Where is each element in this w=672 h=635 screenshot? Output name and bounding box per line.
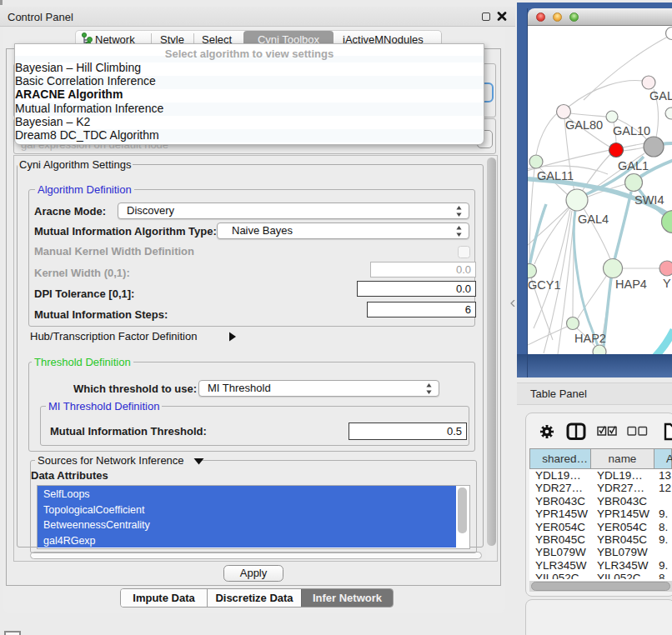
svg-text:GAL10: GAL10 — [613, 124, 650, 138]
svg-text:HAP4: HAP4 — [615, 278, 647, 291]
svg-text:GAL1: GAL1 — [618, 159, 649, 172]
svg-text:GAL: GAL — [649, 89, 672, 102]
svg-text:GCY1: GCY1 — [528, 278, 561, 292]
svg-text:Y: Y — [663, 277, 671, 290]
svg-text:GAL80: GAL80 — [565, 118, 603, 132]
svg-text:HAP2: HAP2 — [574, 332, 606, 345]
svg-text:GAL4: GAL4 — [578, 212, 609, 226]
svg-text:GAL11: GAL11 — [537, 169, 574, 182]
svg-text:SWI4: SWI4 — [634, 193, 664, 207]
